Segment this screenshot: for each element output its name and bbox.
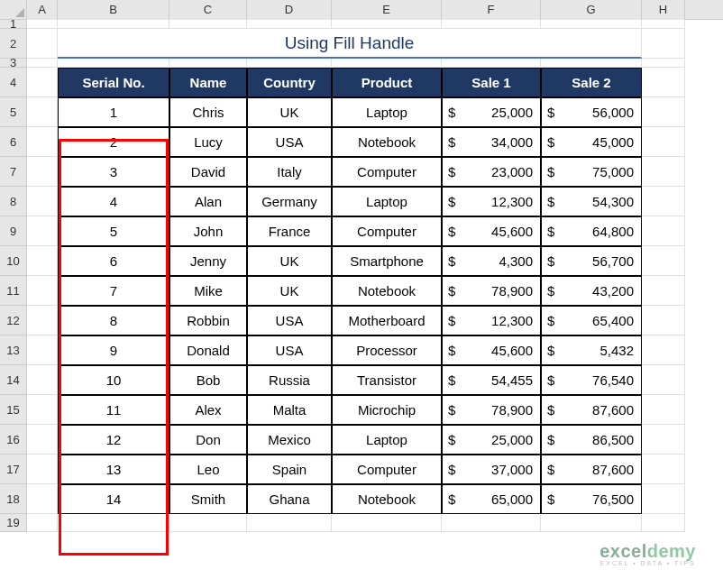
- serial-cell[interactable]: 10: [58, 365, 169, 395]
- product-cell[interactable]: Processor: [332, 335, 442, 365]
- serial-cell[interactable]: 5: [58, 216, 169, 246]
- sale1-cell[interactable]: $45,600: [442, 335, 541, 365]
- cell[interactable]: [247, 514, 332, 532]
- cell[interactable]: [27, 20, 58, 29]
- product-cell[interactable]: Computer: [332, 157, 442, 187]
- col-header-A[interactable]: A: [27, 0, 58, 20]
- country-cell[interactable]: Mexico: [247, 425, 332, 455]
- sale1-cell[interactable]: $4,300: [442, 246, 541, 276]
- cell[interactable]: [332, 514, 442, 532]
- col-header-C[interactable]: C: [169, 0, 247, 20]
- cell[interactable]: [541, 514, 642, 532]
- sale1-cell[interactable]: $25,000: [442, 97, 541, 127]
- name-cell[interactable]: David: [169, 157, 247, 187]
- product-cell[interactable]: Notebook: [332, 276, 442, 306]
- country-cell[interactable]: Ghana: [247, 484, 332, 514]
- cell[interactable]: [642, 335, 685, 365]
- header-name[interactable]: Name: [169, 68, 247, 97]
- sale1-cell[interactable]: $12,300: [442, 306, 541, 335]
- col-header-D[interactable]: D: [247, 0, 332, 20]
- sale1-cell[interactable]: $54,455: [442, 365, 541, 395]
- cell[interactable]: [642, 455, 685, 484]
- serial-cell[interactable]: 12: [58, 425, 169, 455]
- header-product[interactable]: Product: [332, 68, 442, 97]
- row-header-8[interactable]: 8: [0, 187, 27, 216]
- sale2-cell[interactable]: $5,432: [541, 335, 642, 365]
- sale2-cell[interactable]: $87,600: [541, 395, 642, 425]
- country-cell[interactable]: USA: [247, 306, 332, 335]
- name-cell[interactable]: Donald: [169, 335, 247, 365]
- sale2-cell[interactable]: $54,300: [541, 187, 642, 216]
- product-cell[interactable]: Notebook: [332, 484, 442, 514]
- name-cell[interactable]: Leo: [169, 455, 247, 484]
- serial-cell[interactable]: 8: [58, 306, 169, 335]
- cell[interactable]: [27, 157, 58, 187]
- header-serial[interactable]: Serial No.: [58, 68, 169, 97]
- col-header-H[interactable]: H: [642, 0, 685, 20]
- sale1-cell[interactable]: $23,000: [442, 157, 541, 187]
- sale1-cell[interactable]: $78,900: [442, 276, 541, 306]
- sale2-cell[interactable]: $76,500: [541, 484, 642, 514]
- cell[interactable]: [642, 97, 685, 127]
- serial-cell[interactable]: 7: [58, 276, 169, 306]
- name-cell[interactable]: Smith: [169, 484, 247, 514]
- name-cell[interactable]: Mike: [169, 276, 247, 306]
- cell[interactable]: [642, 59, 685, 68]
- col-header-E[interactable]: E: [332, 0, 442, 20]
- product-cell[interactable]: Notebook: [332, 127, 442, 157]
- cell[interactable]: [642, 484, 685, 514]
- product-cell[interactable]: Computer: [332, 455, 442, 484]
- sale1-cell[interactable]: $37,000: [442, 455, 541, 484]
- title-cell[interactable]: Using Fill Handle: [58, 29, 642, 59]
- product-cell[interactable]: Motherboard: [332, 306, 442, 335]
- product-cell[interactable]: Computer: [332, 216, 442, 246]
- cell[interactable]: [642, 187, 685, 216]
- cell[interactable]: [642, 20, 685, 29]
- cell[interactable]: [169, 514, 247, 532]
- cell[interactable]: [27, 216, 58, 246]
- sale2-cell[interactable]: $56,000: [541, 97, 642, 127]
- row-header-12[interactable]: 12: [0, 306, 27, 335]
- serial-cell[interactable]: 11: [58, 395, 169, 425]
- country-cell[interactable]: UK: [247, 276, 332, 306]
- cell[interactable]: [27, 455, 58, 484]
- product-cell[interactable]: Smartphone: [332, 246, 442, 276]
- header-country[interactable]: Country: [247, 68, 332, 97]
- sale2-cell[interactable]: $56,700: [541, 246, 642, 276]
- country-cell[interactable]: Spain: [247, 455, 332, 484]
- cell[interactable]: [27, 246, 58, 276]
- row-header-18[interactable]: 18: [0, 484, 27, 514]
- row-header-17[interactable]: 17: [0, 455, 27, 484]
- header-sale2[interactable]: Sale 2: [541, 68, 642, 97]
- product-cell[interactable]: Laptop: [332, 187, 442, 216]
- name-cell[interactable]: Alan: [169, 187, 247, 216]
- cell[interactable]: [27, 484, 58, 514]
- cell[interactable]: [58, 20, 169, 29]
- cell[interactable]: [27, 187, 58, 216]
- col-header-B[interactable]: B: [58, 0, 169, 20]
- cell[interactable]: [442, 20, 541, 29]
- serial-cell[interactable]: 9: [58, 335, 169, 365]
- row-header-2[interactable]: 2: [0, 29, 27, 59]
- select-all-corner[interactable]: [0, 0, 27, 20]
- country-cell[interactable]: Germany: [247, 187, 332, 216]
- serial-cell[interactable]: 14: [58, 484, 169, 514]
- country-cell[interactable]: Malta: [247, 395, 332, 425]
- cell[interactable]: [58, 514, 169, 532]
- cell[interactable]: [541, 59, 642, 68]
- name-cell[interactable]: Lucy: [169, 127, 247, 157]
- serial-cell[interactable]: 2: [58, 127, 169, 157]
- sale2-cell[interactable]: $76,540: [541, 365, 642, 395]
- serial-cell[interactable]: 13: [58, 455, 169, 484]
- sale1-cell[interactable]: $25,000: [442, 425, 541, 455]
- sale2-cell[interactable]: $64,800: [541, 216, 642, 246]
- country-cell[interactable]: USA: [247, 127, 332, 157]
- country-cell[interactable]: France: [247, 216, 332, 246]
- cell[interactable]: [27, 68, 58, 97]
- cell[interactable]: [642, 68, 685, 97]
- name-cell[interactable]: Robbin: [169, 306, 247, 335]
- cell[interactable]: [642, 216, 685, 246]
- cell[interactable]: [442, 59, 541, 68]
- sale1-cell[interactable]: $34,000: [442, 127, 541, 157]
- cell[interactable]: [642, 395, 685, 425]
